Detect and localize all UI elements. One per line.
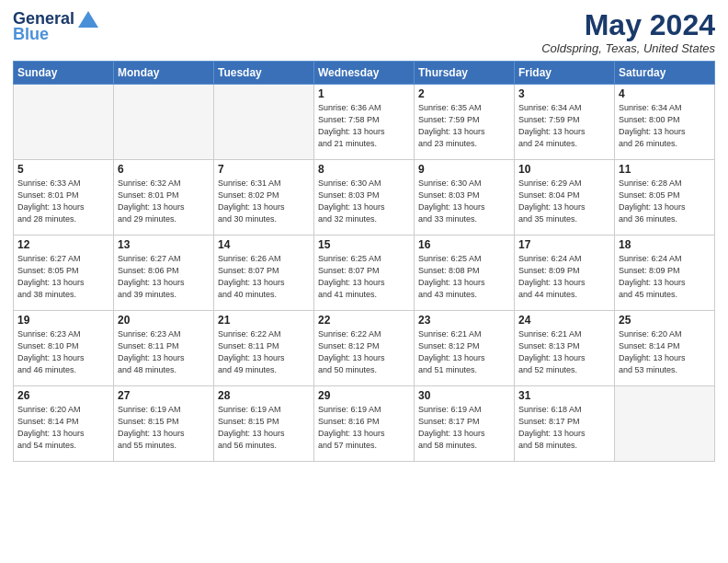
day-number: 29 (318, 389, 410, 402)
calendar-cell-0-0 (14, 85, 114, 160)
day-number: 6 (118, 163, 210, 176)
day-info: Sunrise: 6:19 AM Sunset: 8:16 PM Dayligh… (318, 404, 410, 452)
day-info: Sunrise: 6:20 AM Sunset: 8:14 PM Dayligh… (619, 328, 711, 376)
day-info: Sunrise: 6:18 AM Sunset: 8:17 PM Dayligh… (518, 404, 610, 452)
calendar-cell-0-2 (214, 85, 314, 160)
day-number: 3 (518, 87, 610, 100)
calendar-cell-2-5: 17Sunrise: 6:24 AM Sunset: 8:09 PM Dayli… (515, 236, 615, 311)
day-number: 27 (118, 389, 210, 402)
day-info: Sunrise: 6:30 AM Sunset: 8:03 PM Dayligh… (418, 178, 510, 225)
day-number: 9 (418, 163, 510, 176)
day-number: 24 (518, 314, 610, 327)
day-info: Sunrise: 6:22 AM Sunset: 8:11 PM Dayligh… (218, 328, 310, 376)
day-info: Sunrise: 6:20 AM Sunset: 8:14 PM Dayligh… (17, 404, 109, 452)
day-number: 17 (518, 238, 610, 251)
header-monday: Monday (114, 62, 214, 85)
day-number: 16 (418, 238, 510, 251)
calendar-cell-0-6: 4Sunrise: 6:34 AM Sunset: 8:00 PM Daylig… (615, 85, 715, 160)
calendar-cell-3-0: 19Sunrise: 6:23 AM Sunset: 8:10 PM Dayli… (14, 311, 114, 386)
day-info: Sunrise: 6:34 AM Sunset: 7:59 PM Dayligh… (518, 102, 610, 150)
weekday-header-row: Sunday Monday Tuesday Wednesday Thursday… (14, 62, 715, 85)
calendar-cell-0-3: 1Sunrise: 6:36 AM Sunset: 7:58 PM Daylig… (314, 85, 415, 160)
calendar-cell-4-2: 28Sunrise: 6:19 AM Sunset: 8:15 PM Dayli… (214, 386, 314, 462)
day-number: 5 (17, 163, 109, 176)
week-row-5: 26Sunrise: 6:20 AM Sunset: 8:14 PM Dayli… (14, 386, 715, 462)
day-info: Sunrise: 6:19 AM Sunset: 8:15 PM Dayligh… (218, 404, 310, 452)
calendar-cell-3-3: 22Sunrise: 6:22 AM Sunset: 8:12 PM Dayli… (314, 311, 415, 386)
calendar-cell-3-1: 20Sunrise: 6:23 AM Sunset: 8:11 PM Dayli… (114, 311, 214, 386)
day-info: Sunrise: 6:36 AM Sunset: 7:58 PM Dayligh… (318, 102, 410, 150)
calendar-cell-3-5: 24Sunrise: 6:21 AM Sunset: 8:13 PM Dayli… (515, 311, 615, 386)
month-title: May 2024 (541, 9, 715, 41)
logo-icon (78, 11, 98, 28)
day-info: Sunrise: 6:31 AM Sunset: 8:02 PM Dayligh… (218, 178, 310, 225)
header-friday: Friday (515, 62, 615, 85)
calendar-cell-3-2: 21Sunrise: 6:22 AM Sunset: 8:11 PM Dayli… (214, 311, 314, 386)
calendar-cell-2-2: 14Sunrise: 6:26 AM Sunset: 8:07 PM Dayli… (214, 236, 314, 311)
calendar-cell-4-0: 26Sunrise: 6:20 AM Sunset: 8:14 PM Dayli… (14, 386, 114, 462)
calendar-cell-3-4: 23Sunrise: 6:21 AM Sunset: 8:12 PM Dayli… (415, 311, 515, 386)
calendar-cell-2-4: 16Sunrise: 6:25 AM Sunset: 8:08 PM Dayli… (415, 236, 515, 311)
calendar-cell-2-3: 15Sunrise: 6:25 AM Sunset: 8:07 PM Dayli… (314, 236, 415, 311)
day-number: 26 (17, 389, 109, 402)
day-number: 19 (17, 314, 109, 327)
day-info: Sunrise: 6:29 AM Sunset: 8:04 PM Dayligh… (518, 178, 610, 225)
header-sunday: Sunday (14, 62, 114, 85)
day-info: Sunrise: 6:33 AM Sunset: 8:01 PM Dayligh… (17, 178, 109, 225)
header-saturday: Saturday (615, 62, 715, 85)
day-info: Sunrise: 6:27 AM Sunset: 8:06 PM Dayligh… (118, 253, 210, 301)
day-number: 28 (218, 389, 310, 402)
day-number: 4 (619, 87, 711, 100)
logo-blue-text: Blue (13, 25, 49, 44)
day-info: Sunrise: 6:23 AM Sunset: 8:11 PM Dayligh… (118, 328, 210, 376)
calendar-cell-1-2: 7Sunrise: 6:31 AM Sunset: 8:02 PM Daylig… (214, 160, 314, 236)
day-number: 1 (318, 87, 410, 100)
week-row-4: 19Sunrise: 6:23 AM Sunset: 8:10 PM Dayli… (14, 311, 715, 386)
day-info: Sunrise: 6:25 AM Sunset: 8:07 PM Dayligh… (318, 253, 410, 301)
week-row-1: 1Sunrise: 6:36 AM Sunset: 7:58 PM Daylig… (14, 85, 715, 160)
calendar-cell-0-4: 2Sunrise: 6:35 AM Sunset: 7:59 PM Daylig… (415, 85, 515, 160)
day-info: Sunrise: 6:21 AM Sunset: 8:13 PM Dayligh… (518, 328, 610, 376)
day-info: Sunrise: 6:23 AM Sunset: 8:10 PM Dayligh… (17, 328, 109, 376)
day-number: 20 (118, 314, 210, 327)
day-number: 30 (418, 389, 510, 402)
day-number: 13 (118, 238, 210, 251)
calendar-cell-1-6: 11Sunrise: 6:28 AM Sunset: 8:05 PM Dayli… (615, 160, 715, 236)
calendar-table: Sunday Monday Tuesday Wednesday Thursday… (13, 61, 715, 462)
calendar-cell-4-5: 31Sunrise: 6:18 AM Sunset: 8:17 PM Dayli… (515, 386, 615, 462)
day-number: 11 (619, 163, 711, 176)
calendar-cell-0-1 (114, 85, 214, 160)
calendar-cell-4-1: 27Sunrise: 6:19 AM Sunset: 8:15 PM Dayli… (114, 386, 214, 462)
day-info: Sunrise: 6:24 AM Sunset: 8:09 PM Dayligh… (518, 253, 610, 301)
day-number: 7 (218, 163, 310, 176)
calendar-cell-2-0: 12Sunrise: 6:27 AM Sunset: 8:05 PM Dayli… (14, 236, 114, 311)
day-info: Sunrise: 6:21 AM Sunset: 8:12 PM Dayligh… (418, 328, 510, 376)
calendar-cell-4-6 (615, 386, 715, 462)
day-info: Sunrise: 6:19 AM Sunset: 8:17 PM Dayligh… (418, 404, 510, 452)
day-number: 2 (418, 87, 510, 100)
week-row-3: 12Sunrise: 6:27 AM Sunset: 8:05 PM Dayli… (14, 236, 715, 311)
calendar-cell-1-4: 9Sunrise: 6:30 AM Sunset: 8:03 PM Daylig… (415, 160, 515, 236)
day-number: 23 (418, 314, 510, 327)
header-tuesday: Tuesday (214, 62, 314, 85)
calendar-cell-1-3: 8Sunrise: 6:30 AM Sunset: 8:03 PM Daylig… (314, 160, 415, 236)
day-number: 12 (17, 238, 109, 251)
day-info: Sunrise: 6:19 AM Sunset: 8:15 PM Dayligh… (118, 404, 210, 452)
header-wednesday: Wednesday (314, 62, 415, 85)
location: Coldspring, Texas, United States (541, 41, 715, 55)
calendar-cell-1-5: 10Sunrise: 6:29 AM Sunset: 8:04 PM Dayli… (515, 160, 615, 236)
day-info: Sunrise: 6:35 AM Sunset: 7:59 PM Dayligh… (418, 102, 510, 150)
calendar-cell-2-1: 13Sunrise: 6:27 AM Sunset: 8:06 PM Dayli… (114, 236, 214, 311)
calendar-cell-1-1: 6Sunrise: 6:32 AM Sunset: 8:01 PM Daylig… (114, 160, 214, 236)
day-number: 25 (619, 314, 711, 327)
calendar-cell-2-6: 18Sunrise: 6:24 AM Sunset: 8:09 PM Dayli… (615, 236, 715, 311)
day-info: Sunrise: 6:24 AM Sunset: 8:09 PM Dayligh… (619, 253, 711, 301)
day-number: 21 (218, 314, 310, 327)
day-info: Sunrise: 6:34 AM Sunset: 8:00 PM Dayligh… (619, 102, 711, 150)
svg-marker-0 (78, 11, 98, 28)
calendar-cell-1-0: 5Sunrise: 6:33 AM Sunset: 8:01 PM Daylig… (14, 160, 114, 236)
day-info: Sunrise: 6:27 AM Sunset: 8:05 PM Dayligh… (17, 253, 109, 301)
calendar-cell-3-6: 25Sunrise: 6:20 AM Sunset: 8:14 PM Dayli… (615, 311, 715, 386)
day-info: Sunrise: 6:26 AM Sunset: 8:07 PM Dayligh… (218, 253, 310, 301)
page-container: General Blue May 2024 Coldspring, Texas,… (0, 0, 728, 471)
